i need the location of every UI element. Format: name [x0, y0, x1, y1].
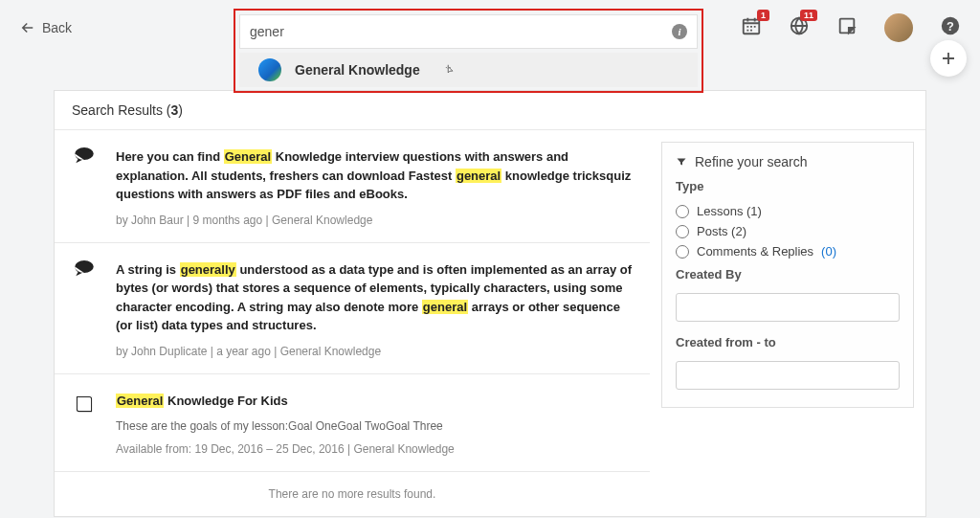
- chat-icon: [72, 260, 99, 358]
- result-title: A string is generally understood as a da…: [116, 260, 633, 335]
- created-by-label: Created By: [676, 267, 900, 282]
- info-icon[interactable]: i: [672, 24, 687, 39]
- globe-badge: 11: [800, 10, 817, 21]
- plus-icon: [940, 50, 957, 67]
- result-meta: by John Baur | 9 months ago | General Kn…: [116, 214, 633, 227]
- type-label: Type: [676, 179, 900, 193]
- content-body: Here you can find General Knowledge inte…: [55, 130, 925, 516]
- back-label: Back: [42, 20, 72, 35]
- result-meta: by John Duplicate | a year ago | General…: [116, 345, 633, 358]
- back-arrow-icon: [19, 19, 36, 36]
- user-avatar[interactable]: [884, 13, 913, 42]
- results-header: Search Results (3): [55, 91, 925, 130]
- no-more-results: There are no more results found.: [55, 472, 650, 516]
- created-by-input[interactable]: [676, 293, 900, 322]
- result-meta: Available from: 19 Dec, 2016 – 25 Dec, 2…: [116, 442, 633, 456]
- filter-lessons[interactable]: Lessons (1): [676, 201, 900, 221]
- help-icon[interactable]: ?: [940, 15, 961, 40]
- calendar-icon[interactable]: 1: [741, 15, 762, 40]
- refine-panel: Refine your search Type Lessons (1) Post…: [650, 130, 925, 516]
- result-item[interactable]: Here you can find General Knowledge inte…: [55, 130, 650, 243]
- created-from-input[interactable]: [676, 361, 900, 390]
- created-from-label: Created from - to: [676, 335, 900, 349]
- header-icons: 1 11 ?: [741, 13, 961, 42]
- filter-icon: [676, 156, 687, 168]
- book-icon: [72, 392, 99, 457]
- calendar-badge: 1: [757, 10, 769, 21]
- content-panel: Search Results (3) Here you can find Gen…: [54, 90, 926, 517]
- globe-icon[interactable]: 11: [789, 15, 810, 40]
- add-fab[interactable]: [930, 40, 967, 77]
- result-title: Here you can find General Knowledge inte…: [116, 147, 633, 204]
- svg-text:?: ?: [947, 19, 954, 34]
- back-button[interactable]: Back: [19, 19, 72, 36]
- refine-header: Refine your search: [676, 154, 900, 169]
- result-item[interactable]: A string is generally understood as a da…: [55, 243, 650, 374]
- search-box: i: [239, 14, 698, 49]
- result-title: General Knowledge For Kids: [116, 392, 633, 411]
- note-icon[interactable]: [836, 15, 858, 40]
- suggestion-avatar: [258, 58, 281, 81]
- chat-icon: [72, 147, 99, 227]
- search-suggestion[interactable]: General Knowledge: [239, 53, 698, 87]
- suggestion-text: General Knowledge: [295, 62, 420, 78]
- filter-posts[interactable]: Posts (2): [676, 221, 900, 241]
- cursor-icon: [443, 63, 457, 77]
- header: Back i General Knowledge 1 11 ?: [0, 0, 980, 56]
- results-list: Here you can find General Knowledge inte…: [55, 130, 650, 516]
- search-input[interactable]: [250, 24, 672, 39]
- result-item[interactable]: General Knowledge For Kids These are the…: [55, 374, 650, 473]
- search-highlight-box: i General Knowledge: [234, 9, 703, 93]
- result-goals: These are the goals of my lesson:Goal On…: [116, 419, 633, 433]
- filter-comments[interactable]: Comments & Replies (0): [676, 241, 900, 261]
